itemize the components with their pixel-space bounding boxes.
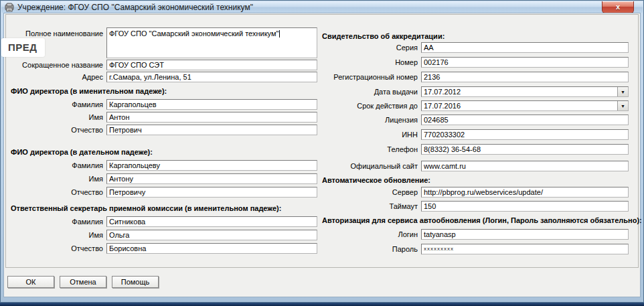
dialog-window: Учреждение: ФГОУ СПО "Самарский экономич… [0, 0, 644, 303]
valid-until-label: Срок действия до [321, 102, 421, 110]
dir-nom-surname-input[interactable] [106, 99, 317, 110]
inn-label: ИНН [321, 131, 421, 139]
dir-dat-surname-label: Фамилия [7, 161, 106, 169]
license-row: Лицензия [321, 114, 629, 125]
dir-dat-patronymic-input[interactable] [106, 187, 317, 198]
timeout-row: Таймаут [321, 201, 629, 212]
right-column: Свидетельство об аккредитации: Серия Ном… [321, 15, 630, 254]
close-icon: x [616, 3, 620, 11]
dir-dat-patronymic-row: Отчество [7, 187, 317, 198]
password-input[interactable] [421, 244, 629, 254]
secretary-patronymic-label: Отчество [7, 244, 106, 252]
full-name-value: ФГОУ СПО "Самарский экономический техник… [109, 29, 278, 37]
secretary-name-row: Имя [7, 230, 317, 240]
authorization-header: Авторизация для сервиса автообновления (… [321, 216, 630, 225]
website-input[interactable] [421, 161, 629, 171]
reg-number-label: Регистрационный номер [321, 73, 421, 81]
screenshot-root: Учреждение: ФГОУ СПО "Самарский экономич… [0, 0, 644, 306]
dir-dat-patronymic-label: Отчество [7, 188, 106, 196]
login-row: Логин [321, 229, 629, 240]
secretary-patronymic-input[interactable] [106, 243, 317, 254]
login-input[interactable] [421, 229, 629, 240]
dir-nom-surname-row: Фамилия [7, 99, 317, 110]
inn-row: ИНН [321, 129, 629, 140]
reg-number-row: Регистрационный номер [321, 72, 629, 82]
short-name-row: Сокращенное название [7, 60, 317, 70]
issue-date-dropdown-button[interactable]: ▼ [617, 87, 628, 96]
secretary-surname-label: Фамилия [7, 218, 106, 226]
dir-nom-patronymic-input[interactable] [106, 125, 317, 135]
reg-number-input[interactable] [421, 72, 629, 82]
secretary-patronymic-row: Отчество [7, 243, 317, 254]
password-label: Пароль [321, 245, 421, 253]
window-title: Учреждение: ФГОУ СПО "Самарский экономич… [17, 3, 253, 12]
short-name-input[interactable] [106, 60, 317, 70]
app-icon [5, 3, 14, 12]
inn-input[interactable] [421, 129, 629, 140]
dir-nom-surname-label: Фамилия [7, 100, 106, 108]
pred-overlay: ПРЕД [1, 38, 45, 57]
dir-dat-surname-row: Фамилия [7, 160, 317, 171]
phone-label: Телефон [321, 145, 421, 153]
full-name-row: Полное наименование ФГОУ СПО "Самарский … [7, 27, 317, 58]
login-label: Логин [321, 230, 421, 238]
secretary-header: Ответственный секретарь приемной комисси… [7, 204, 320, 213]
dir-nom-patronymic-label: Отчество [7, 126, 106, 134]
short-name-label: Сокращенное название [7, 61, 106, 69]
issue-date-combobox[interactable]: 17.07.2012 ▼ [421, 86, 629, 97]
secretary-name-input[interactable] [106, 230, 317, 240]
text-caret [279, 30, 280, 37]
timeout-input[interactable] [421, 201, 629, 212]
series-row: Серия [321, 42, 629, 53]
valid-until-dropdown-button[interactable]: ▼ [617, 101, 628, 110]
left-column: Полное наименование ФГОУ СПО "Самарский … [7, 15, 320, 254]
dir-dat-name-input[interactable] [106, 173, 317, 184]
website-row: Официальный сайт [321, 161, 629, 171]
server-input[interactable] [421, 187, 629, 198]
address-input[interactable] [106, 72, 317, 82]
timeout-label: Таймаут [321, 202, 421, 210]
license-label: Лицензия [321, 116, 421, 124]
number-input[interactable] [421, 57, 629, 68]
valid-until-combobox[interactable]: 17.07.2016 ▼ [421, 100, 629, 111]
license-input[interactable] [421, 114, 629, 125]
auto-update-header: Автоматическое обновление: [321, 176, 630, 185]
website-label: Официальный сайт [321, 162, 421, 170]
issue-date-label: Дата выдачи [321, 88, 421, 96]
dir-nom-name-input[interactable] [106, 112, 317, 123]
full-name-textarea[interactable]: ФГОУ СПО "Самарский экономический техник… [106, 27, 317, 58]
dir-nom-patronymic-row: Отчество [7, 125, 317, 135]
ok-button[interactable]: ОК [7, 276, 54, 288]
dir-dat-surname-input[interactable] [106, 160, 317, 171]
cancel-button[interactable]: Отмена [60, 276, 106, 288]
title-bar[interactable]: Учреждение: ФГОУ СПО "Самарский экономич… [1, 1, 643, 13]
phone-input[interactable] [421, 144, 629, 155]
taskbar-edge [0, 303, 644, 306]
address-row: Адрес [7, 72, 317, 82]
valid-until-row: Срок действия до 17.07.2016 ▼ [321, 100, 629, 111]
number-label: Номер [321, 58, 421, 66]
dir-nom-name-label: Имя [7, 113, 106, 121]
server-label: Сервер [321, 188, 421, 196]
valid-until-value: 17.07.2016 [424, 102, 461, 110]
address-label: Адрес [7, 73, 106, 81]
issue-date-row: Дата выдачи 17.07.2012 ▼ [321, 86, 629, 97]
secretary-surname-input[interactable] [106, 216, 317, 227]
phone-row: Телефон [321, 144, 629, 155]
full-name-label: Полное наименование [7, 27, 106, 37]
number-row: Номер [321, 57, 629, 68]
series-input[interactable] [421, 42, 629, 53]
help-button[interactable]: Помощь [112, 276, 159, 288]
series-label: Серия [321, 44, 421, 52]
server-row: Сервер [321, 187, 629, 198]
chevron-down-icon: ▼ [621, 90, 625, 94]
secretary-surname-row: Фамилия [7, 216, 317, 227]
chevron-down-icon: ▼ [621, 104, 625, 108]
issue-date-value: 17.07.2012 [424, 88, 461, 96]
secretary-name-label: Имя [7, 231, 106, 239]
form-panel: Полное наименование ФГОУ СПО "Самарский … [5, 14, 639, 268]
director-dative-header: ФИО директора (в дательном падеже): [7, 148, 320, 157]
dir-dat-name-label: Имя [7, 175, 106, 183]
close-button[interactable]: x [602, 1, 634, 13]
dialog-content: Полное наименование ФГОУ СПО "Самарский … [3, 13, 641, 297]
